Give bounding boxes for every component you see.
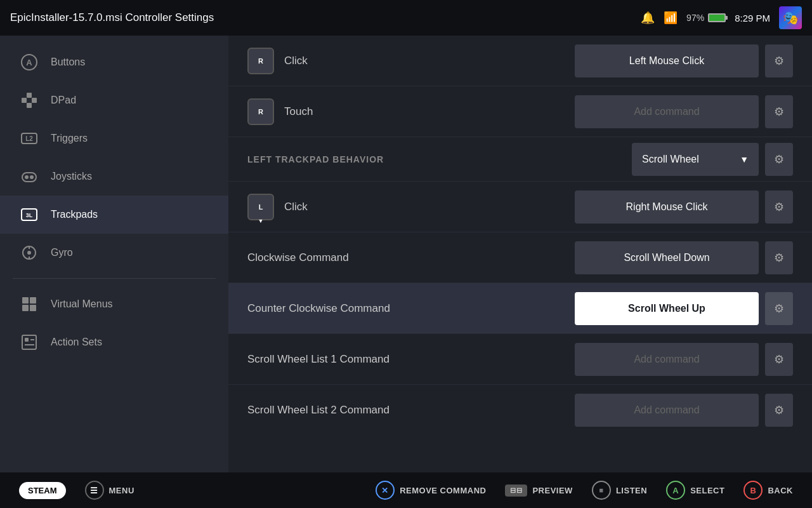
svg-text:L2: L2 <box>25 135 33 142</box>
topbar-time: 8:29 PM <box>735 13 770 23</box>
row-counter-clockwise-command: Scroll Wheel Up ⚙ <box>575 292 793 325</box>
x-label: REMOVE COMMAND <box>400 486 486 495</box>
sidebar: A Buttons DPad L2 <box>0 36 228 472</box>
sidebar-item-trackpads[interactable]: 3L Trackpads <box>0 196 228 234</box>
row-scroll-list-1: Scroll Wheel List 1 Command Add command … <box>228 334 812 385</box>
scroll-list-2-gear-button[interactable]: ⚙ <box>765 394 793 427</box>
b-back-button[interactable]: B BACK <box>743 481 793 500</box>
r-touch-icon: R <box>247 98 274 125</box>
main-layout: A Buttons DPad L2 <box>0 36 812 472</box>
svg-rect-4 <box>22 98 27 103</box>
sidebar-label-joysticks: Joysticks <box>51 171 92 182</box>
counter-clockwise-gear-button[interactable]: ⚙ <box>765 292 793 325</box>
topbar-icons: 🔔 📶 97% 8:29 PM 🎭 <box>641 6 802 29</box>
preview-icon: ⊟⊟ <box>505 485 527 497</box>
counter-clockwise-text: Counter Clockwise Command <box>247 302 390 315</box>
listen-button[interactable]: ≡ LISTEN <box>592 481 647 500</box>
a-label: SELECT <box>690 486 724 495</box>
scroll-list-2-cmd-button[interactable]: Add command <box>575 394 759 427</box>
click-left-gear-button[interactable]: ⚙ <box>765 190 793 224</box>
scroll-list-1-gear-button[interactable]: ⚙ <box>765 343 793 376</box>
dropdown-arrow-icon: ▼ <box>740 154 749 164</box>
steam-label: STEAM <box>28 486 57 495</box>
clockwise-cmd-button[interactable]: Scroll Wheel Down <box>575 241 759 274</box>
click-left-cmd-button[interactable]: Right Mouse Click <box>575 190 759 224</box>
steam-button[interactable]: STEAM <box>19 482 66 499</box>
svg-rect-20 <box>30 305 36 311</box>
content-area: R Click Left Mouse Click ⚙ R Touch Add c… <box>228 36 812 472</box>
click-top-cmd-button[interactable]: Left Mouse Click <box>575 44 759 77</box>
bottombar: STEAM ☰ MENU ✕ REMOVE COMMAND ⊟⊟ PREVIEW… <box>0 472 812 508</box>
sidebar-label-dpad: DPad <box>51 95 76 106</box>
trackpad-behavior-dropdown[interactable]: Scroll Wheel ▼ <box>632 143 759 176</box>
svg-rect-17 <box>22 297 29 304</box>
sidebar-label-triggers: Triggers <box>51 133 88 144</box>
row-click-left-command: Right Mouse Click ⚙ <box>575 190 793 224</box>
sidebar-item-buttons[interactable]: A Buttons <box>0 43 228 81</box>
sidebar-label-virtual-menus: Virtual Menus <box>51 298 113 310</box>
sidebar-label-action-sets: Action Sets <box>51 337 102 348</box>
row-click-top-label: R Click <box>247 48 575 74</box>
scroll-list-1-cmd-button[interactable]: Add command <box>575 343 759 376</box>
sidebar-label-buttons: Buttons <box>51 57 85 68</box>
topbar-title: EpicInstaller-15.7.0.msi Controller Sett… <box>10 11 641 24</box>
svg-point-9 <box>25 175 29 179</box>
menu-label: MENU <box>109 486 134 495</box>
row-touch-command: Add command ⚙ <box>575 95 793 128</box>
touch-text: Touch <box>284 105 313 118</box>
row-clockwise-label: Clockwise Command <box>247 251 575 264</box>
bell-icon: 🔔 <box>641 11 655 25</box>
r-button-icon: R <box>247 48 274 74</box>
scroll-list-1-text: Scroll Wheel List 1 Command <box>247 353 390 366</box>
action-sets-icon <box>19 332 39 352</box>
gyro-icon <box>19 243 39 263</box>
row-click-top-command: Left Mouse Click ⚙ <box>575 44 793 77</box>
joysticks-icon <box>19 166 39 187</box>
svg-rect-8 <box>22 173 36 182</box>
sidebar-item-joysticks[interactable]: Joysticks <box>0 157 228 196</box>
preview-label: PREVIEW <box>532 486 572 495</box>
sidebar-divider <box>13 278 216 279</box>
b-label: BACK <box>768 486 793 495</box>
svg-rect-22 <box>25 338 29 342</box>
row-touch: R Touch Add command ⚙ <box>228 86 812 137</box>
svg-rect-21 <box>22 335 36 349</box>
counter-clockwise-cmd-button[interactable]: Scroll Wheel Up <box>575 292 759 325</box>
svg-text:3L: 3L <box>26 212 33 218</box>
a-select-button[interactable]: A SELECT <box>666 481 724 500</box>
section-header-label: LEFT TRACKPAD BEHAVIOR <box>247 154 632 164</box>
listen-icon: ≡ <box>592 481 611 500</box>
sidebar-item-virtual-menus[interactable]: Virtual Menus <box>0 285 228 323</box>
preview-button[interactable]: ⊟⊟ PREVIEW <box>505 485 572 497</box>
clockwise-gear-button[interactable]: ⚙ <box>765 241 793 274</box>
battery-pct: 97% <box>686 13 704 23</box>
menu-circle-icon: ☰ <box>85 481 104 500</box>
row-clockwise: Clockwise Command Scroll Wheel Down ⚙ <box>228 232 812 283</box>
row-touch-label: R Touch <box>247 98 575 125</box>
topbar: EpicInstaller-15.7.0.msi Controller Sett… <box>0 0 812 36</box>
a-icon: A <box>666 481 685 500</box>
section-dropdown-area: Scroll Wheel ▼ ⚙ <box>632 143 793 176</box>
trackpad-behavior-gear[interactable]: ⚙ <box>765 143 793 176</box>
svg-rect-19 <box>22 305 29 311</box>
buttons-icon: A <box>19 52 39 72</box>
svg-rect-18 <box>30 297 36 304</box>
click-top-gear-button[interactable]: ⚙ <box>765 44 793 77</box>
menu-button[interactable]: ☰ MENU <box>85 481 134 500</box>
virtual-menus-icon <box>19 294 39 314</box>
touch-cmd-button[interactable]: Add command <box>575 95 759 128</box>
sidebar-item-dpad[interactable]: DPad <box>0 81 228 119</box>
row-scroll-list-2-label: Scroll Wheel List 2 Command <box>247 404 575 417</box>
sidebar-item-triggers[interactable]: L2 Triggers <box>0 119 228 157</box>
touch-gear-button[interactable]: ⚙ <box>765 95 793 128</box>
x-remove-button[interactable]: ✕ REMOVE COMMAND <box>376 481 486 500</box>
row-scroll-list-2-command: Add command ⚙ <box>575 394 793 427</box>
svg-text:A: A <box>26 58 32 67</box>
sidebar-item-gyro[interactable]: Gyro <box>0 234 228 272</box>
wifi-icon: 📶 <box>664 11 678 25</box>
triggers-icon: L2 <box>19 128 39 149</box>
sidebar-item-action-sets[interactable]: Action Sets <box>0 323 228 361</box>
row-scroll-list-2: Scroll Wheel List 2 Command Add command … <box>228 385 812 436</box>
svg-point-14 <box>27 251 31 255</box>
l-button-icon: L ▼ <box>247 194 274 220</box>
